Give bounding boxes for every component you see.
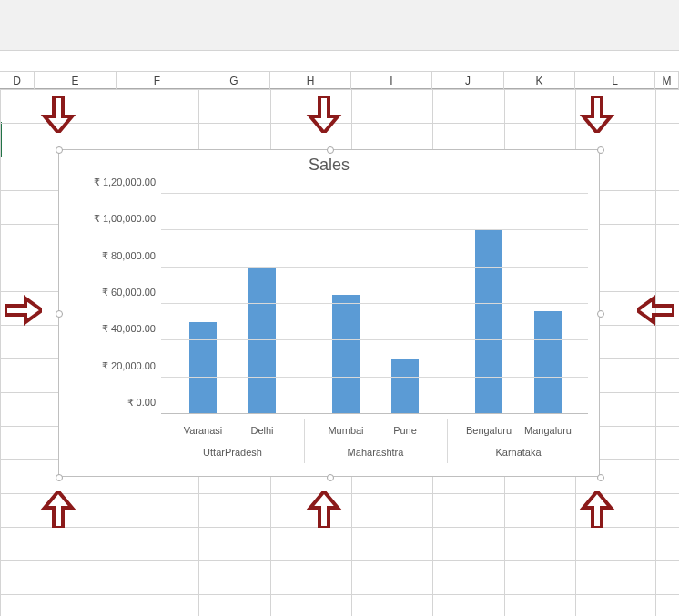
bar-mumbai[interactable] (332, 295, 360, 414)
group-axis-labels: UttarPradeshMaharashtraKarnataka (161, 447, 588, 463)
chart-title[interactable]: Sales (59, 150, 599, 175)
category-axis-labels: VaranasiDelhiMumbaiPuneBengaluruMangalur… (161, 425, 588, 441)
bar-bengaluru[interactable] (475, 230, 502, 414)
resize-handle-s[interactable] (327, 474, 334, 481)
group-label: UttarPradesh (161, 447, 304, 458)
y-tick-label: ₹ 40,000.00 (61, 323, 156, 335)
arrow-down-icon (579, 96, 615, 133)
y-tick-label: ₹ 20,000.00 (61, 359, 156, 371)
col-header-F[interactable]: F (117, 72, 198, 90)
arrow-up-icon (579, 491, 615, 528)
arrow-down-icon (306, 96, 342, 133)
col-header-E[interactable]: E (35, 72, 117, 90)
group-label: Karnataka (447, 447, 590, 458)
ribbon-area (0, 0, 679, 51)
resize-handle-ne[interactable] (597, 146, 604, 154)
y-tick-label: ₹ 80,000.00 (61, 249, 156, 261)
resize-handle-w[interactable] (56, 310, 63, 318)
arrow-up-icon (306, 491, 342, 528)
y-tick-label: ₹ 1,00,000.00 (61, 213, 156, 225)
col-header-D[interactable]: D (0, 72, 35, 90)
arrow-down-icon (40, 96, 76, 133)
plot-area[interactable]: ₹ 0.00₹ 20,000.00₹ 40,000.00₹ 60,000.00₹… (161, 194, 588, 414)
col-header-I[interactable]: I (351, 72, 432, 90)
bar-mangaluru[interactable] (534, 311, 562, 414)
embedded-chart[interactable]: Sales ₹ 0.00₹ 20,000.00₹ 40,000.00₹ 60,0… (58, 149, 600, 477)
category-label: Delhi (231, 425, 293, 436)
group-label: Maharashtra (304, 447, 447, 458)
arrow-left-icon (637, 295, 674, 331)
resize-handle-nw[interactable] (56, 146, 63, 154)
category-label: Varanasi (172, 425, 234, 436)
column-headers: DEFGHIJKLM (0, 71, 679, 89)
bar-pune[interactable] (391, 359, 419, 415)
col-header-J[interactable]: J (432, 72, 504, 90)
col-header-K[interactable]: K (504, 72, 575, 90)
col-header-H[interactable]: H (270, 72, 351, 90)
col-header-G[interactable]: G (198, 72, 270, 90)
resize-handle-sw[interactable] (56, 474, 63, 481)
y-tick-label: ₹ 0.00 (61, 397, 156, 409)
category-label: Mumbai (315, 425, 377, 436)
category-label: Bengaluru (458, 425, 520, 436)
col-header-L[interactable]: L (575, 72, 655, 90)
arrow-right-icon (5, 295, 42, 331)
bars-container (161, 194, 588, 414)
resize-handle-se[interactable] (597, 474, 604, 481)
y-tick-label: ₹ 60,000.00 (61, 287, 156, 298)
y-tick-label: ₹ 1,20,000.00 (61, 177, 156, 188)
resize-handle-e[interactable] (597, 310, 604, 318)
col-header-M[interactable]: M (655, 72, 679, 90)
category-label: Mangaluru (517, 425, 579, 436)
category-label: Pune (374, 425, 436, 436)
resize-handle-n[interactable] (327, 146, 334, 154)
bar-varanasi[interactable] (189, 322, 217, 414)
arrow-up-icon (40, 491, 76, 528)
